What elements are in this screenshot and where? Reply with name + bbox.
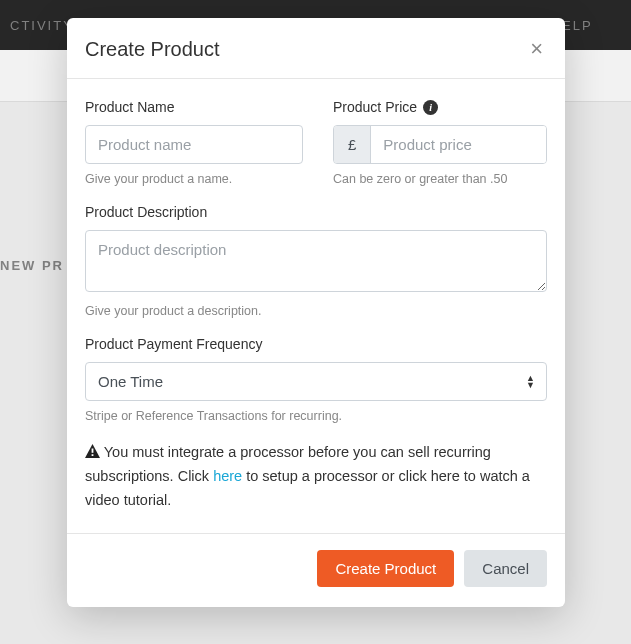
product-description-help: Give your product a description.	[85, 304, 547, 318]
modal-body: Product Name Give your product a name. P…	[67, 79, 565, 533]
close-icon: ×	[530, 36, 543, 61]
payment-frequency-label: Product Payment Frequency	[85, 336, 547, 352]
product-name-label: Product Name	[85, 99, 303, 115]
create-product-modal: Create Product × Product Name Give your …	[67, 18, 565, 607]
currency-addon: £	[334, 126, 371, 163]
product-price-label: Product Price	[333, 99, 417, 115]
payment-frequency-select[interactable]: One Time	[85, 362, 547, 401]
product-description-label: Product Description	[85, 204, 547, 220]
price-input-group: £	[333, 125, 547, 164]
create-product-button[interactable]: Create Product	[317, 550, 454, 587]
product-name-help: Give your product a name.	[85, 172, 303, 186]
svg-rect-0	[92, 449, 94, 453]
product-price-input[interactable]	[371, 126, 546, 163]
setup-processor-link[interactable]: here	[213, 468, 242, 484]
product-price-help: Can be zero or greater than .50	[333, 172, 547, 186]
product-name-input[interactable]	[85, 125, 303, 164]
payment-frequency-help: Stripe or Reference Transactions for rec…	[85, 409, 547, 423]
modal-title: Create Product	[85, 38, 220, 61]
warning-icon	[85, 444, 100, 458]
close-button[interactable]: ×	[526, 36, 547, 62]
svg-rect-1	[92, 454, 94, 456]
info-icon[interactable]: i	[423, 100, 438, 115]
modal-header: Create Product ×	[67, 18, 565, 79]
product-description-input[interactable]	[85, 230, 547, 292]
cancel-button[interactable]: Cancel	[464, 550, 547, 587]
modal-footer: Create Product Cancel	[67, 533, 565, 607]
processor-alert: You must integrate a processor before yo…	[85, 441, 547, 513]
